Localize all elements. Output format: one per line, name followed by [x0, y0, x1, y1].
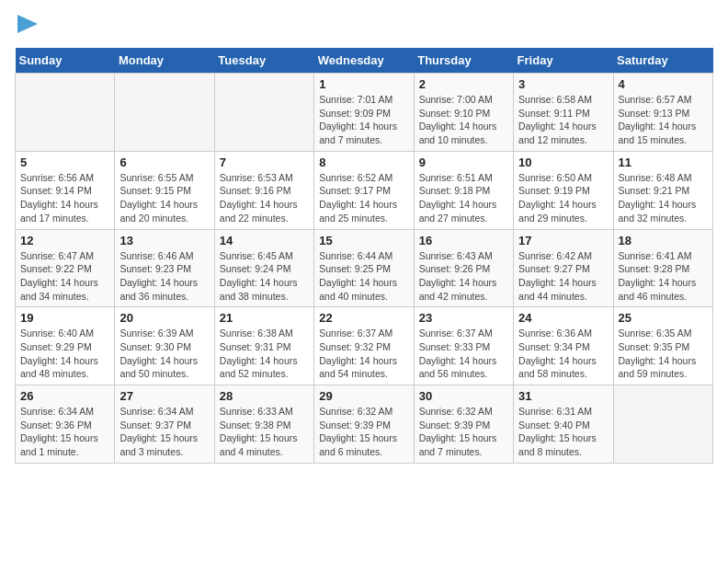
calendar-cell: 23Sunrise: 6:37 AMSunset: 9:33 PMDayligh…	[414, 307, 513, 385]
calendar-cell: 25Sunrise: 6:35 AMSunset: 9:35 PMDayligh…	[613, 307, 712, 385]
day-number: 11	[619, 155, 708, 169]
day-info: Sunrise: 6:39 AMSunset: 9:30 PMDaylight:…	[119, 327, 209, 381]
day-info: Sunrise: 6:31 AMSunset: 9:40 PMDaylight:…	[518, 405, 608, 459]
day-info: Sunrise: 6:51 AMSunset: 9:18 PMDaylight:…	[419, 171, 508, 225]
day-number: 10	[518, 155, 608, 169]
header-sunday: Sunday	[16, 48, 115, 74]
calendar-cell: 13Sunrise: 6:46 AMSunset: 9:23 PMDayligh…	[115, 229, 214, 307]
calendar-cell: 21Sunrise: 6:38 AMSunset: 9:31 PMDayligh…	[214, 307, 313, 385]
day-info: Sunrise: 6:37 AMSunset: 9:32 PMDaylight:…	[319, 327, 408, 381]
day-info: Sunrise: 6:38 AMSunset: 9:31 PMDaylight:…	[220, 327, 309, 381]
calendar-cell: 26Sunrise: 6:34 AMSunset: 9:36 PMDayligh…	[16, 385, 115, 464]
day-number: 14	[220, 234, 309, 247]
day-number: 16	[419, 234, 508, 247]
day-info: Sunrise: 6:35 AMSunset: 9:35 PMDaylight:…	[619, 327, 708, 381]
calendar-cell	[613, 385, 712, 464]
day-number: 26	[20, 389, 109, 403]
calendar-cell: 2Sunrise: 7:00 AMSunset: 9:10 PMDaylight…	[414, 74, 513, 152]
calendar-cell: 7Sunrise: 6:53 AMSunset: 9:16 PMDaylight…	[214, 151, 313, 229]
day-info: Sunrise: 6:48 AMSunset: 9:21 PMDaylight:…	[619, 171, 708, 225]
calendar-cell	[214, 74, 313, 152]
calendar-cell: 6Sunrise: 6:55 AMSunset: 9:15 PMDaylight…	[115, 151, 214, 229]
day-number: 25	[619, 311, 708, 325]
day-info: Sunrise: 6:40 AMSunset: 9:29 PMDaylight:…	[20, 327, 109, 381]
day-number: 9	[419, 155, 508, 169]
calendar-cell: 14Sunrise: 6:45 AMSunset: 9:24 PMDayligh…	[214, 229, 313, 307]
day-info: Sunrise: 6:53 AMSunset: 9:16 PMDaylight:…	[220, 171, 309, 225]
calendar-cell	[115, 74, 214, 152]
calendar-cell: 11Sunrise: 6:48 AMSunset: 9:21 PMDayligh…	[613, 151, 712, 229]
day-number: 31	[518, 389, 608, 403]
day-info: Sunrise: 6:46 AMSunset: 9:23 PMDaylight:…	[119, 249, 209, 304]
day-info: Sunrise: 6:43 AMSunset: 9:26 PMDaylight:…	[419, 249, 508, 304]
calendar-cell: 3Sunrise: 6:58 AMSunset: 9:11 PMDaylight…	[514, 74, 613, 152]
day-number: 8	[319, 155, 408, 169]
calendar-cell: 18Sunrise: 6:41 AMSunset: 9:28 PMDayligh…	[613, 229, 712, 307]
day-number: 18	[619, 234, 708, 247]
header-thursday: Thursday	[414, 48, 513, 74]
calendar-cell: 19Sunrise: 6:40 AMSunset: 9:29 PMDayligh…	[16, 307, 115, 385]
day-number: 27	[119, 389, 209, 403]
day-number: 24	[518, 311, 608, 325]
day-info: Sunrise: 6:57 AMSunset: 9:13 PMDaylight:…	[619, 93, 708, 147]
day-info: Sunrise: 6:37 AMSunset: 9:33 PMDaylight:…	[419, 327, 508, 381]
day-number: 4	[619, 77, 708, 91]
page-header	[15, 15, 713, 37]
day-info: Sunrise: 6:44 AMSunset: 9:25 PMDaylight:…	[319, 249, 408, 304]
day-info: Sunrise: 6:41 AMSunset: 9:28 PMDaylight:…	[619, 249, 708, 304]
day-number: 17	[518, 234, 608, 247]
day-number: 28	[220, 389, 309, 403]
header-tuesday: Tuesday	[214, 48, 313, 74]
day-number: 19	[20, 311, 109, 325]
calendar-cell: 24Sunrise: 6:36 AMSunset: 9:34 PMDayligh…	[514, 307, 613, 385]
day-info: Sunrise: 6:56 AMSunset: 9:14 PMDaylight:…	[20, 171, 109, 225]
calendar-cell: 16Sunrise: 6:43 AMSunset: 9:26 PMDayligh…	[414, 229, 513, 307]
calendar-week-row: 12Sunrise: 6:47 AMSunset: 9:22 PMDayligh…	[16, 229, 713, 307]
calendar-cell: 17Sunrise: 6:42 AMSunset: 9:27 PMDayligh…	[514, 229, 613, 307]
calendar-cell: 30Sunrise: 6:32 AMSunset: 9:39 PMDayligh…	[414, 385, 513, 464]
calendar-table: SundayMondayTuesdayWednesdayThursdayFrid…	[15, 48, 713, 464]
header-monday: Monday	[115, 48, 214, 74]
day-number: 1	[319, 77, 408, 91]
day-info: Sunrise: 6:36 AMSunset: 9:34 PMDaylight:…	[518, 327, 608, 381]
day-number: 2	[419, 77, 508, 91]
day-info: Sunrise: 6:32 AMSunset: 9:39 PMDaylight:…	[419, 405, 508, 459]
logo-arrow-icon	[17, 15, 38, 33]
calendar-cell: 10Sunrise: 6:50 AMSunset: 9:19 PMDayligh…	[514, 151, 613, 229]
calendar-cell: 5Sunrise: 6:56 AMSunset: 9:14 PMDaylight…	[16, 151, 115, 229]
day-info: Sunrise: 6:55 AMSunset: 9:15 PMDaylight:…	[119, 171, 209, 225]
day-info: Sunrise: 7:00 AMSunset: 9:10 PMDaylight:…	[419, 93, 508, 147]
day-info: Sunrise: 6:42 AMSunset: 9:27 PMDaylight:…	[518, 249, 608, 304]
day-number: 30	[419, 389, 508, 403]
calendar-cell: 1Sunrise: 7:01 AMSunset: 9:09 PMDaylight…	[314, 74, 414, 152]
calendar-cell: 15Sunrise: 6:44 AMSunset: 9:25 PMDayligh…	[314, 229, 414, 307]
day-number: 22	[319, 311, 408, 325]
day-info: Sunrise: 6:33 AMSunset: 9:38 PMDaylight:…	[220, 405, 309, 459]
day-number: 23	[419, 311, 508, 325]
day-info: Sunrise: 6:50 AMSunset: 9:19 PMDaylight:…	[518, 171, 608, 225]
day-number: 5	[20, 155, 109, 169]
day-number: 13	[119, 234, 209, 247]
calendar-cell	[16, 74, 115, 152]
calendar-week-row: 5Sunrise: 6:56 AMSunset: 9:14 PMDaylight…	[16, 151, 713, 229]
day-info: Sunrise: 6:34 AMSunset: 9:36 PMDaylight:…	[20, 405, 109, 459]
day-info: Sunrise: 6:32 AMSunset: 9:39 PMDaylight:…	[319, 405, 408, 459]
calendar-week-row: 26Sunrise: 6:34 AMSunset: 9:36 PMDayligh…	[16, 385, 713, 464]
calendar-cell: 9Sunrise: 6:51 AMSunset: 9:18 PMDaylight…	[414, 151, 513, 229]
calendar-cell: 20Sunrise: 6:39 AMSunset: 9:30 PMDayligh…	[115, 307, 214, 385]
logo	[15, 15, 38, 37]
day-info: Sunrise: 6:58 AMSunset: 9:11 PMDaylight:…	[518, 93, 608, 147]
day-number: 7	[220, 155, 309, 169]
day-number: 20	[119, 311, 209, 325]
header-wednesday: Wednesday	[314, 48, 414, 74]
calendar-cell: 8Sunrise: 6:52 AMSunset: 9:17 PMDaylight…	[314, 151, 414, 229]
header-saturday: Saturday	[613, 48, 712, 74]
day-info: Sunrise: 6:52 AMSunset: 9:17 PMDaylight:…	[319, 171, 408, 225]
day-info: Sunrise: 6:45 AMSunset: 9:24 PMDaylight:…	[220, 249, 309, 304]
calendar-cell: 12Sunrise: 6:47 AMSunset: 9:22 PMDayligh…	[16, 229, 115, 307]
day-number: 12	[20, 234, 109, 247]
calendar-cell: 28Sunrise: 6:33 AMSunset: 9:38 PMDayligh…	[214, 385, 313, 464]
calendar-cell: 22Sunrise: 6:37 AMSunset: 9:32 PMDayligh…	[314, 307, 414, 385]
calendar-week-row: 1Sunrise: 7:01 AMSunset: 9:09 PMDaylight…	[16, 74, 713, 152]
day-info: Sunrise: 7:01 AMSunset: 9:09 PMDaylight:…	[319, 93, 408, 147]
